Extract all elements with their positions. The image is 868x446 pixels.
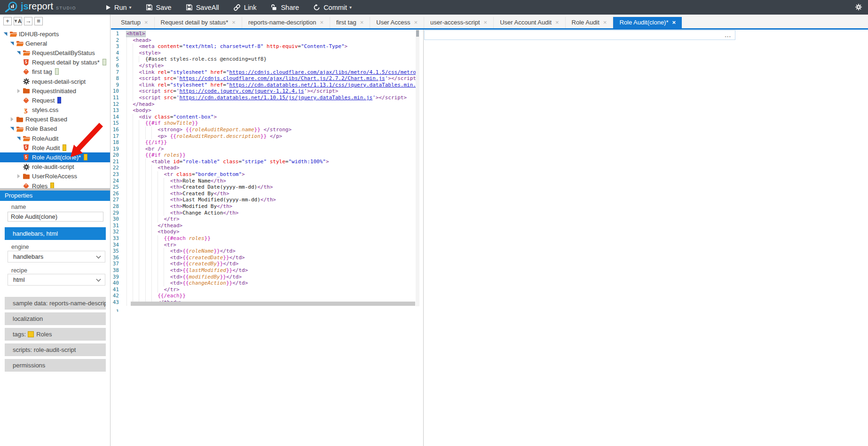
tree-item-role-based[interactable]: Role Based [0,124,110,134]
more-options-button[interactable]: ... [725,33,731,38]
code-line[interactable]: 28<th>Modified By</th> [111,203,416,210]
tab-close-icon[interactable]: × [414,17,418,28]
code-line[interactable]: 41</tr> [111,287,416,293]
tab-close-icon[interactable]: × [320,17,324,28]
code-editor[interactable]: 1<html>2<head>3<meta content="text/html;… [111,30,423,312]
tab-close-icon[interactable]: × [603,17,607,28]
tree-item-general[interactable]: General [0,39,110,48]
code-line[interactable]: 9<link rel="stylesheet" href="https://cd… [111,82,416,88]
code-line[interactable]: 33{{#each roles}} [111,235,416,242]
code-line[interactable]: 30</tr> [111,216,416,223]
code-line[interactable]: 6</style> [111,63,416,69]
code-line[interactable]: 29<th>Change Action</th> [111,210,416,216]
tab-close-icon[interactable]: × [232,17,236,28]
tree-item-request-based[interactable]: Request Based [0,115,110,124]
tree-item-role-audit-script[interactable]: role-audit-script [0,162,110,172]
tab-user-account-audit[interactable]: User Account Audit× [494,17,565,28]
tab-first-tag[interactable]: first tag× [330,17,370,28]
tree-item-request-detail-by-status[interactable]: 5Request detail by status* [0,58,110,67]
expander-open-icon[interactable] [3,31,8,37]
secondary-editor-line[interactable]: 1 [111,306,418,312]
tab-reports-name-description[interactable]: reports-name-description× [242,17,330,28]
code-line[interactable]: 5{#asset styles-role.css @encoding=utf8} [111,56,416,63]
tree-item-first-tag[interactable]: first tag [0,67,110,77]
code-line[interactable]: 4<style> [111,50,416,56]
code-line[interactable]: 7<link rel="stylesheet" href="https://cd… [111,69,416,76]
tree-item-requestdetailbystatus[interactable]: RequestDetailByStatus [0,48,110,57]
engine-select[interactable]: handlebars [8,251,105,263]
code-line[interactable]: 37<td>{{createdBy}}</td> [111,261,416,267]
code-line[interactable]: 8<script src='https://cdnjs.cloudflare.c… [111,75,416,82]
tree-toolbar-filter-button[interactable]: A [14,17,22,25]
property-button-localization[interactable]: localization [5,312,106,325]
expander-open-icon[interactable] [9,40,15,46]
horizontal-scrollbar-thumb[interactable] [131,302,415,306]
tree-item-role-audit-clone[interactable]: 5Role Audit(clone)* [0,152,110,162]
expander-closed-icon[interactable] [16,174,22,179]
expander-closed-icon[interactable] [9,117,15,122]
code-line[interactable]: 14<div class="content-box"> [111,114,416,120]
code-line[interactable]: 36<td>{{createdDate}}</td> [111,255,416,261]
code-line[interactable]: 10<script src='https://code.jquery.com/j… [111,88,416,95]
property-button-permissions[interactable]: permissions [5,359,106,372]
code-line[interactable]: 18{{/if}} [111,139,416,146]
code-line[interactable]: 42{{/each}} [111,293,416,299]
tree-item-request-detail-script[interactable]: request-detail-script [0,77,110,86]
expander-open-icon[interactable] [9,126,15,132]
tab-startup[interactable]: Startup× [115,17,155,28]
tree-item-request[interactable]: Request [0,96,110,105]
code-line[interactable]: 16<strong> {{roleAuditReport.name}} </st… [111,127,416,133]
expander-closed-icon[interactable] [16,88,22,94]
commit-button[interactable]: Commit▾ [313,4,352,11]
tree-item-styles-css[interactable]: ʒstyles.css [0,105,110,115]
code-line[interactable]: 12</head> [111,101,416,108]
template-type-banner[interactable]: handlebars, html [5,227,106,240]
tree-item-role-audit[interactable]: 5Role Audit [0,143,110,152]
save-button[interactable]: Save [146,4,172,11]
tab-close-icon[interactable]: × [555,17,559,28]
code-lines[interactable]: 1<html>2<head>3<meta content="text/html;… [111,31,416,306]
code-line[interactable]: 15{{#if showTitle}} [111,120,416,127]
code-line[interactable]: 40<td>{{changeAction}}</td> [111,280,416,287]
tab-close-icon[interactable]: × [360,17,364,28]
code-line[interactable]: 2<head> [111,37,416,44]
property-button-tags[interactable]: tags:Roles [5,328,106,341]
tab-role-audit-clone[interactable]: Role Audit(clone)*× [613,17,682,28]
run-button[interactable]: Run▾ [105,4,132,11]
tab-close-icon[interactable]: × [484,17,488,28]
tree-toolbar-add-button[interactable]: + [3,17,12,25]
code-line[interactable]: 26<th>Created By</th> [111,191,416,197]
tree-toolbar-collapse-button[interactable]: → [24,17,32,25]
property-button-sample-data-reports-name-description[interactable]: sample data: reports-name-description [5,297,106,310]
code-line[interactable]: 31</thead> [111,223,416,229]
code-line[interactable]: 32<tbody> [111,229,416,235]
name-input[interactable] [8,212,103,222]
code-line[interactable]: 22<thead> [111,165,416,171]
settings-gear-icon[interactable] [855,3,862,13]
tree-item-roleaudit[interactable]: RoleAudit [0,134,110,143]
tab-close-icon[interactable]: × [672,17,676,28]
saveall-button[interactable]: SaveAll [186,4,219,11]
tree-toolbar-menu-button[interactable]: ≡ [34,17,43,25]
tab-request-detail-by-status[interactable]: Request detail by status*× [155,17,242,28]
code-line[interactable]: 25<th>Created Date(yyyy-mm-dd)</th> [111,184,416,191]
code-line[interactable]: 23<tr class="border_bottom"> [111,171,416,178]
property-button-scripts-role-audit-script[interactable]: scripts: role-audit-script [5,343,106,356]
code-line[interactable]: 27<th>Last Modified(yyyy-mm-dd)</th> [111,197,416,203]
code-line[interactable]: 19<br /> [111,146,416,152]
tab-close-icon[interactable]: × [144,17,148,28]
code-line[interactable]: 35<td>{{roleName}}</td> [111,248,416,255]
expander-open-icon[interactable] [16,135,22,141]
tab-user-access-script[interactable]: user-access-script× [424,17,494,28]
recipe-select[interactable]: html [8,274,105,286]
code-line[interactable]: 38<td>{{lastModified}}</td> [111,267,416,274]
tree-item-idhub-reports[interactable]: IDHUB-reports [0,29,110,39]
link-button[interactable]: Link [233,4,257,11]
tab-user-access[interactable]: User Access× [370,17,424,28]
code-line[interactable]: 39<td>{{modifiedBy}}</td> [111,274,416,280]
code-line[interactable]: 11<script src='https://cdn.datatables.ne… [111,95,416,101]
tree-item-requestinitiated[interactable]: RequestInitiated [0,86,110,96]
code-line[interactable]: 21<table id="role-table" class="stripe" … [111,159,416,165]
code-line[interactable]: 34<tr> [111,242,416,248]
code-line[interactable]: 24<th>Role Name</th> [111,178,416,184]
